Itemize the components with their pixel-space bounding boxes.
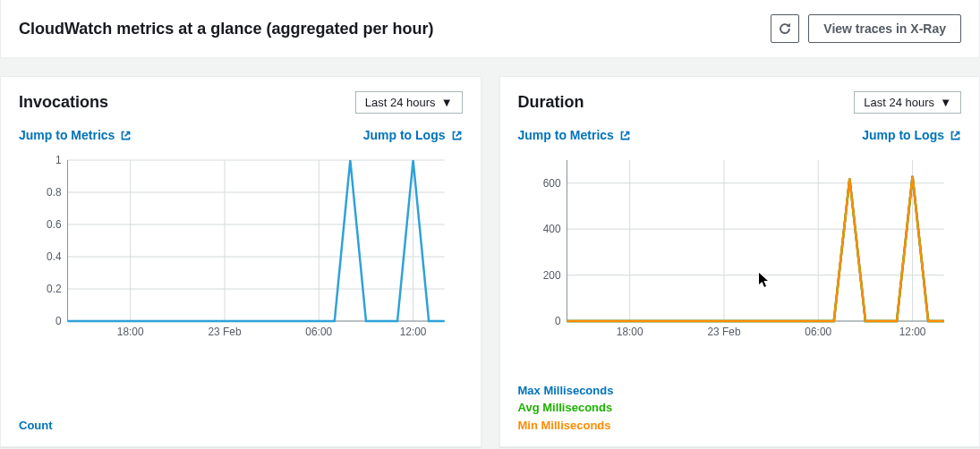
legend-item-count: Count [19, 417, 463, 435]
external-link-icon [619, 130, 631, 141]
svg-text:0: 0 [55, 315, 62, 327]
jump-logs-label: Jump to Logs [363, 128, 446, 142]
svg-text:400: 400 [542, 223, 560, 235]
invocations-chart: 0 0.2 0.4 0.6 0.8 1 18:00 23 Feb 06:00 1… [19, 151, 463, 410]
jump-to-metrics-link[interactable]: Jump to Metrics [518, 128, 631, 142]
refresh-button[interactable] [771, 14, 799, 43]
svg-text:12:00: 12:00 [899, 326, 925, 338]
svg-text:18:00: 18:00 [616, 326, 643, 338]
time-range-label: Last 24 hours [864, 96, 934, 109]
panel-title-invocations: Invocations [19, 93, 108, 112]
refresh-icon [778, 21, 792, 36]
jump-to-logs-link[interactable]: Jump to Logs [862, 128, 961, 142]
jump-to-logs-link[interactable]: Jump to Logs [363, 128, 463, 142]
svg-text:0.8: 0.8 [47, 186, 62, 199]
duration-legend: Max Milliseconds Avg Milliseconds Min Mi… [518, 382, 962, 435]
svg-text:0.4: 0.4 [47, 250, 62, 263]
invocations-legend: Count [19, 417, 463, 435]
svg-text:600: 600 [542, 177, 560, 190]
svg-text:23 Feb: 23 Feb [209, 326, 242, 338]
svg-text:0.6: 0.6 [47, 218, 62, 231]
legend-item-max: Max Milliseconds [518, 382, 962, 400]
panel-duration: Duration Last 24 hours ▼ Jump to Metrics… [499, 76, 981, 447]
duration-chart: 0 200 400 600 18:00 23 Feb 06:00 12:00 [518, 151, 962, 375]
time-range-dropdown-invocations[interactable]: Last 24 hours ▼ [355, 91, 463, 114]
panel-title-duration: Duration [518, 93, 584, 112]
svg-text:06:00: 06:00 [805, 326, 831, 338]
chevron-down-icon: ▼ [441, 96, 453, 109]
page-title: CloudWatch metrics at a glance (aggregat… [19, 20, 433, 38]
jump-metrics-label: Jump to Metrics [518, 128, 614, 142]
svg-text:23 Feb: 23 Feb [707, 326, 740, 338]
svg-text:1: 1 [55, 154, 62, 166]
legend-item-avg: Avg Milliseconds [518, 399, 962, 417]
external-link-icon [950, 130, 961, 141]
svg-text:0.2: 0.2 [47, 283, 62, 295]
legend-item-min: Min Milliseconds [518, 417, 962, 435]
svg-text:200: 200 [542, 269, 560, 282]
jump-logs-label: Jump to Logs [862, 128, 944, 142]
time-range-dropdown-duration[interactable]: Last 24 hours ▼ [854, 91, 961, 114]
svg-text:12:00: 12:00 [400, 326, 427, 338]
svg-text:0: 0 [554, 315, 560, 327]
view-traces-button[interactable]: View traces in X-Ray [808, 14, 961, 43]
header-bar: CloudWatch metrics at a glance (aggregat… [0, 0, 980, 58]
time-range-label: Last 24 hours [365, 96, 436, 109]
panel-invocations: Invocations Last 24 hours ▼ Jump to Metr… [0, 76, 481, 447]
svg-text:06:00: 06:00 [305, 326, 332, 338]
panels-row: Invocations Last 24 hours ▼ Jump to Metr… [0, 58, 980, 447]
chevron-down-icon: ▼ [940, 96, 951, 109]
svg-text:18:00: 18:00 [117, 326, 144, 338]
external-link-icon [120, 130, 132, 141]
jump-to-metrics-link[interactable]: Jump to Metrics [19, 128, 132, 142]
header-actions: View traces in X-Ray [771, 14, 961, 43]
external-link-icon [451, 130, 463, 141]
jump-metrics-label: Jump to Metrics [19, 128, 115, 142]
